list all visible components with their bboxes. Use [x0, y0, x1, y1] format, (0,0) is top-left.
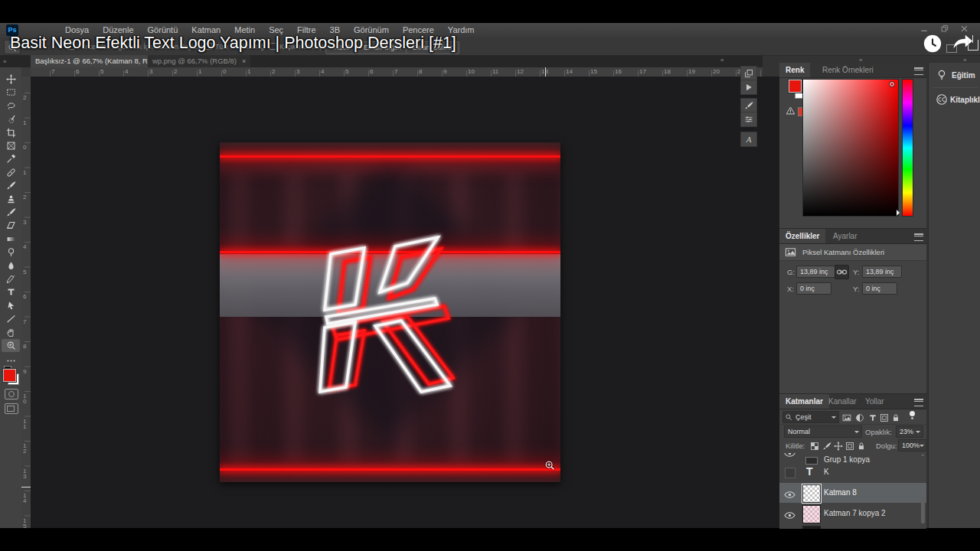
tab-2-close-icon[interactable]: ×	[242, 57, 246, 65]
screen-mode-icon[interactable]	[5, 403, 18, 414]
lock-artboard-icon[interactable]	[845, 440, 855, 450]
watch-later-clock-icon[interactable]	[923, 34, 942, 54]
search-icon	[785, 413, 792, 421]
link-dimensions-icon[interactable]	[835, 265, 849, 279]
layer-row-katman7[interactable]: Katman 7 kopya 2	[779, 504, 920, 523]
vruler-label: 2	[23, 95, 28, 100]
color-hue-slider[interactable]	[902, 79, 913, 217]
rail-item-kitapliklar[interactable]: Kitaplıklar	[929, 90, 980, 110]
blend-mode-select[interactable]: Normal	[784, 425, 862, 438]
tab-color[interactable]: Renk	[779, 63, 810, 77]
canvas-top-strip	[220, 142, 560, 154]
tool-clone-stamp[interactable]	[2, 193, 20, 206]
properties-subtitle: Piksel Katmanı Özellikleri	[802, 248, 884, 256]
tab-paths[interactable]: Yollar	[859, 394, 890, 409]
opacity-value[interactable]: 23%	[896, 425, 923, 438]
tool-quick-selection[interactable]	[2, 112, 20, 126]
color-panel-menu-icon[interactable]	[914, 67, 923, 75]
actions-panel-icon[interactable]	[740, 80, 757, 95]
y-value-field[interactable]: 0 inç	[862, 282, 897, 295]
color-saturation-field[interactable]	[802, 79, 899, 217]
tool-history-brush[interactable]	[2, 206, 20, 219]
tool-type[interactable]	[2, 285, 20, 298]
share-box-icon[interactable]	[968, 40, 978, 51]
history-panel-icon[interactable]	[740, 66, 757, 81]
tool-healing-brush[interactable]	[2, 166, 20, 179]
tool-lasso[interactable]	[2, 99, 20, 112]
neon-line-top	[220, 155, 560, 158]
tool-brush[interactable]	[2, 179, 20, 192]
filter-pixel-layers-icon[interactable]	[842, 412, 852, 422]
hruler-label: 2	[272, 68, 275, 75]
tool-hand[interactable]	[2, 326, 20, 339]
layer-thumbnail[interactable]	[802, 484, 821, 503]
hruler-label: 15	[590, 68, 597, 75]
document-canvas[interactable]	[220, 142, 560, 482]
rail-item-egitim[interactable]: Eğitim	[929, 66, 980, 86]
tool-slice[interactable]	[2, 139, 20, 152]
layer-filter-type-select[interactable]: Çeşit	[782, 411, 839, 423]
tool-blur[interactable]	[2, 259, 20, 272]
eye-icon[interactable]	[784, 453, 795, 455]
layers-scrollbar[interactable]	[921, 497, 925, 523]
hue-slider-pointer[interactable]	[897, 210, 903, 216]
dock-collapse-chevron-left[interactable]: «	[720, 57, 724, 64]
quick-mask-icon[interactable]	[5, 389, 18, 399]
width-value-field[interactable]: 13,89 inç	[796, 266, 836, 278]
vruler-label: 0	[23, 145, 28, 150]
color-panel: Renk Renk Örnekleri	[779, 63, 926, 227]
layer-row-group[interactable]: Grup 1 kopya	[779, 453, 920, 461]
lock-transparent-icon[interactable]	[810, 440, 820, 450]
tool-eyedropper[interactable]	[2, 152, 20, 165]
tool-line[interactable]	[2, 312, 20, 325]
color-fg-swatch[interactable]	[789, 80, 802, 93]
lock-all-icon[interactable]	[857, 440, 867, 450]
layer-list: Grup 1 kopya T K Katman 8	[779, 453, 926, 529]
tool-crop[interactable]	[2, 126, 20, 139]
tool-presets-panel-icon[interactable]	[740, 112, 757, 127]
tab-channels[interactable]: Kanallar	[822, 394, 863, 409]
eye-icon[interactable]	[784, 509, 795, 517]
hruler-label: 11	[492, 68, 498, 75]
layer-row-partial[interactable]	[779, 524, 920, 529]
eye-checkbox-empty[interactable]	[785, 468, 795, 478]
lock-image-icon[interactable]	[822, 440, 832, 450]
layer-row-text-k[interactable]: T K	[779, 462, 920, 482]
tool-marquee[interactable]	[2, 86, 20, 99]
layer-row-katman8-selected[interactable]: Katman 8	[779, 483, 926, 503]
tab-document-2[interactable]: wp.png @ 66,7% (RGB/8)×	[148, 55, 250, 67]
layers-panel-menu-icon[interactable]	[914, 399, 923, 406]
scroll-up-icon[interactable]: ⌃	[920, 454, 925, 460]
layer-thumbnail[interactable]	[802, 505, 821, 523]
photoshop-window: Ps DosyaDüzenleGörüntüKatmanMetinSeçFilt…	[0, 23, 980, 528]
character-panel-icon[interactable]: A	[740, 132, 757, 147]
fill-value[interactable]: 100%	[898, 439, 927, 452]
filter-shape-layers-icon[interactable]	[880, 412, 890, 422]
tool-dodge[interactable]	[2, 246, 20, 259]
properties-panel-menu-icon[interactable]	[914, 233, 923, 241]
foreground-color-swatch[interactable]	[3, 369, 16, 382]
tool-move[interactable]	[2, 73, 20, 86]
filter-type-layers-icon[interactable]	[868, 412, 878, 422]
layer-thumbnail[interactable]	[802, 526, 821, 529]
tab-properties[interactable]: Özellikler	[779, 229, 825, 243]
hruler-label: 5	[345, 68, 348, 75]
x-value-field[interactable]: 0 inç	[796, 282, 831, 295]
filter-smart-objects-icon[interactable]	[891, 412, 901, 422]
tool-pen[interactable]	[2, 272, 20, 285]
tab-color-swatches[interactable]: Renk Örnekleri	[816, 63, 880, 77]
tool-path-select[interactable]	[2, 299, 20, 312]
tool-zoom[interactable]	[2, 339, 20, 352]
document-tab-bar: » Başlıksız-1 @ 66,7% (Katman 8, RGB/8) …	[0, 55, 763, 67]
tool-gradient[interactable]	[2, 233, 20, 246]
tab-adjustments[interactable]: Ayarlar	[827, 229, 864, 243]
height-value-field[interactable]: 13,89 inç	[862, 266, 902, 278]
brush-settings-panel-icon[interactable]	[740, 98, 757, 113]
eye-icon[interactable]	[784, 488, 795, 497]
filter-adjustment-layers-icon[interactable]	[855, 412, 865, 422]
pasteboard[interactable]	[31, 77, 779, 528]
tab-overflow-chevron-icon[interactable]: »	[3, 58, 6, 65]
lock-position-icon[interactable]	[834, 440, 844, 450]
tool-eraser[interactable]	[2, 219, 20, 232]
filter-toggle-pin-icon[interactable]	[910, 411, 915, 416]
